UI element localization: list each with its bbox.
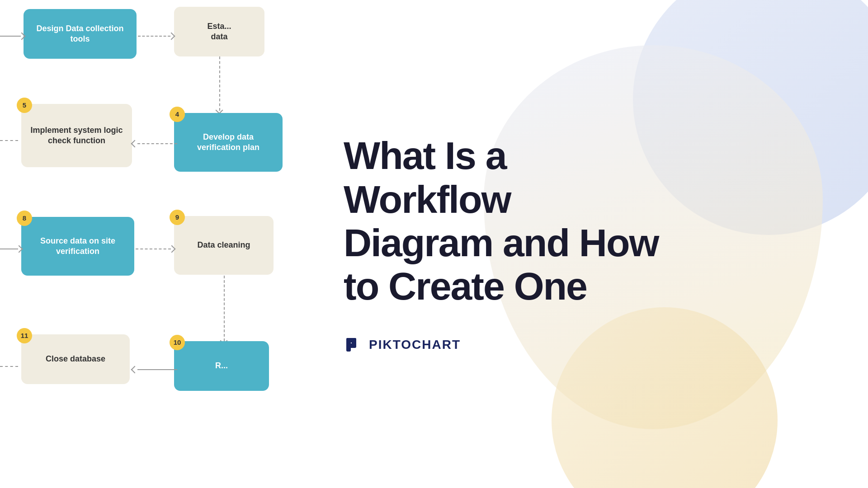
badge-10: 10 (170, 335, 185, 350)
arrow-node5-to-node6 (136, 246, 175, 252)
text-content-area: What Is a Workflow Diagram and How to Cr… (298, 0, 868, 488)
node-close-database-label: Close database (46, 354, 105, 364)
arrow-node8-to-node7 (132, 367, 177, 372)
badge-11: 11 (17, 328, 32, 343)
svg-rect-3 (346, 343, 356, 348)
node-design-data: Design Data collection tools (24, 9, 137, 59)
title-line4: to Create One (344, 264, 587, 308)
arrow-in-node1 (0, 33, 24, 39)
arrow-in-node7 (0, 366, 18, 367)
node-implement-logic: 5 Implement system logic check function (21, 104, 132, 167)
vert-arrow-node2-to-node4 (219, 56, 221, 111)
piktochart-logo-icon (344, 335, 363, 354)
node-develop-verification-label: Develop data verification plan (183, 132, 274, 153)
node-design-data-label: Design Data collection tools (33, 23, 127, 45)
badge-9: 9 (170, 210, 185, 225)
node-implement-logic-label: Implement system logic check function (30, 125, 123, 146)
node-source-data-label: Source data on site verification (30, 236, 125, 257)
title-line3: Diagram and How (344, 221, 658, 264)
node-establish-data-label: Esta...data (207, 21, 231, 42)
title-line2: Workflow (344, 178, 510, 221)
main-title: What Is a Workflow Diagram and How to Cr… (344, 134, 832, 308)
arrow-in-node5 (0, 246, 22, 252)
piktochart-logo-text: PIKTOCHART (369, 338, 461, 352)
arrow-node4-to-node3 (132, 141, 177, 146)
vert-arrow-node6-to-node8 (224, 276, 225, 341)
arrow-node1-to-node2 (138, 33, 174, 39)
node-develop-verification: 4 Develop data verification plan (174, 113, 283, 172)
badge-8: 8 (17, 211, 32, 226)
node-r-partial-label: R... (215, 361, 228, 371)
badge-5: 5 (17, 98, 32, 113)
workflow-diagram: Design Data collection tools Esta...data… (0, 0, 307, 488)
node-close-database: 11 Close database (21, 334, 130, 384)
node-r-partial: 10 R... (174, 341, 269, 391)
node-data-cleaning-label: Data cleaning (197, 240, 250, 250)
node-data-cleaning: 9 Data cleaning (174, 216, 274, 275)
node-establish-data: Esta...data (174, 7, 264, 56)
piktochart-logo: PIKTOCHART (344, 335, 832, 354)
arrow-in-node3 (0, 140, 18, 141)
title-line1: What Is a (344, 134, 506, 177)
badge-4: 4 (170, 107, 185, 122)
node-source-data: 8 Source data on site verification (21, 217, 134, 276)
